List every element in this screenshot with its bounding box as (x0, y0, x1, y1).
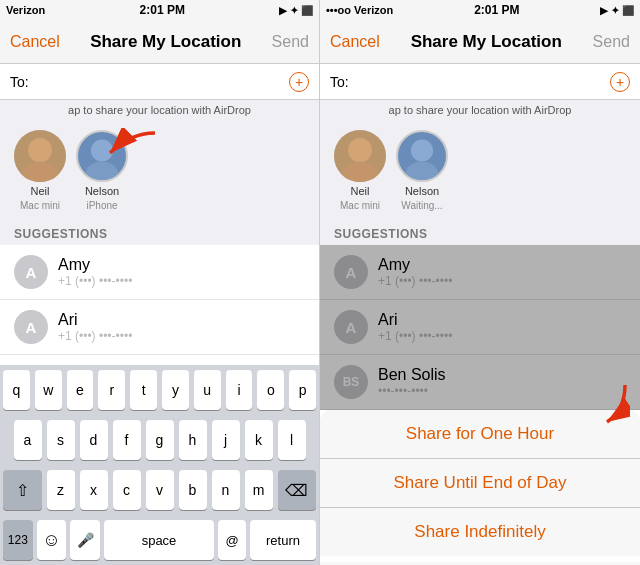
avatar-neil-name: Neil (31, 185, 50, 197)
key-j[interactable]: j (212, 420, 240, 460)
key-q[interactable]: q (3, 370, 30, 410)
keyboard-row-1: q w e r t y u i o p (0, 365, 319, 415)
key-m[interactable]: m (245, 470, 273, 510)
key-x[interactable]: x (80, 470, 108, 510)
right-airdrop-hint: ap to share your location with AirDrop (320, 100, 640, 120)
key-g[interactable]: g (146, 420, 174, 460)
contact-amy[interactable]: A Amy +1 (•••) •••-•••• (0, 245, 319, 300)
right-contacts-bg: A Amy +1 (•••) •••-•••• A Ari +1 (•••) •… (320, 245, 640, 410)
right-to-field: To: + (320, 64, 640, 100)
key-k[interactable]: k (245, 420, 273, 460)
key-return[interactable]: return (250, 520, 316, 560)
action-options: Share for One Hour Share Until End of Da… (320, 410, 640, 556)
right-avatar-neil-circle (334, 130, 386, 182)
keyboard-row-2: a s d f g h j k l (0, 415, 319, 465)
contact-ari[interactable]: A Ari +1 (•••) •••-•••• (0, 300, 319, 355)
key-o[interactable]: o (257, 370, 284, 410)
avatar-neil-circle (14, 130, 66, 182)
left-send-button[interactable]: Send (272, 33, 309, 51)
right-send-button[interactable]: Send (593, 33, 630, 51)
key-a[interactable]: a (14, 420, 42, 460)
right-action-container: A Amy +1 (•••) •••-•••• A Ari +1 (•••) •… (320, 245, 640, 565)
key-r[interactable]: r (98, 370, 125, 410)
key-h[interactable]: h (179, 420, 207, 460)
avatar-neil-sub: Mac mini (20, 200, 60, 211)
left-cancel-button[interactable]: Cancel (10, 33, 60, 51)
key-c[interactable]: c (113, 470, 141, 510)
left-to-input[interactable] (35, 74, 289, 90)
left-contact-list: A Amy +1 (•••) •••-•••• A Ari +1 (•••) •… (0, 245, 319, 365)
left-time: 2:01 PM (140, 3, 185, 17)
left-to-label: To: (10, 74, 29, 90)
left-keyboard: q w e r t y u i o p a s d f g h j k l ⇧ … (0, 365, 319, 565)
right-status-icons: ▶ ✦ ⬛ (600, 5, 634, 16)
left-suggestions-header: SUGGESTIONS (0, 221, 319, 245)
left-nav-bar: Cancel Share My Location Send (0, 20, 319, 64)
contact-amy-name: Amy (58, 256, 132, 274)
key-u[interactable]: u (194, 370, 221, 410)
action-sheet: Share for One Hour Share Until End of Da… (320, 410, 640, 565)
right-avatar-neil-name: Neil (351, 185, 370, 197)
share-one-hour-option[interactable]: Share for One Hour (320, 410, 640, 459)
key-shift[interactable]: ⇧ (3, 470, 42, 510)
key-y[interactable]: y (162, 370, 189, 410)
key-e[interactable]: e (67, 370, 94, 410)
left-add-button[interactable]: + (289, 72, 309, 92)
left-avatars-row: Neil Mac mini Nelson iPhone (0, 120, 319, 221)
key-s[interactable]: s (47, 420, 75, 460)
key-b[interactable]: b (179, 470, 207, 510)
contact-ari-info: Ari +1 (•••) •••-•••• (58, 311, 132, 343)
key-delete[interactable]: ⌫ (278, 470, 317, 510)
right-to-input[interactable] (355, 74, 610, 90)
avatar-nelson[interactable]: Nelson iPhone (76, 130, 128, 211)
key-z[interactable]: z (47, 470, 75, 510)
key-n[interactable]: n (212, 470, 240, 510)
right-time: 2:01 PM (474, 3, 519, 17)
svg-point-1 (28, 138, 52, 162)
share-end-of-day-option[interactable]: Share Until End of Day (320, 459, 640, 508)
key-emoji[interactable]: ☺ (37, 520, 67, 560)
key-t[interactable]: t (130, 370, 157, 410)
key-p[interactable]: p (289, 370, 316, 410)
key-i[interactable]: i (226, 370, 253, 410)
key-d[interactable]: d (80, 420, 108, 460)
right-avatar-neil[interactable]: Neil Mac mini (334, 130, 386, 211)
right-avatar-neil-sub: Mac mini (340, 200, 380, 211)
avatar-neil[interactable]: Neil Mac mini (14, 130, 66, 211)
right-avatar-nelson[interactable]: Nelson Waiting... (396, 130, 448, 211)
key-w[interactable]: w (35, 370, 62, 410)
contact-amy-initial: A (14, 255, 48, 289)
key-v[interactable]: v (146, 470, 174, 510)
key-space[interactable]: space (104, 520, 214, 560)
avatar-nelson-sub: iPhone (86, 200, 117, 211)
contact-amy-detail: +1 (•••) •••-•••• (58, 274, 132, 288)
right-suggestions-header: SUGGESTIONS (320, 221, 640, 245)
right-add-button[interactable]: + (610, 72, 630, 92)
contact-ari-detail: +1 (•••) •••-•••• (58, 329, 132, 343)
contact-bensolis[interactable]: BS Ben Solis •••-•••-•••• (0, 355, 319, 365)
key-f[interactable]: f (113, 420, 141, 460)
left-carrier: Verizon (6, 4, 45, 16)
avatar-nelson-circle (76, 130, 128, 182)
left-panel: Verizon 2:01 PM ▶ ✦ ⬛ Cancel Share My Lo… (0, 0, 320, 565)
key-l[interactable]: l (278, 420, 306, 460)
share-indefinitely-option[interactable]: Share Indefinitely (320, 508, 640, 556)
left-airdrop-hint: ap to share your location with AirDrop (0, 100, 319, 120)
left-status-icons: ▶ ✦ ⬛ (279, 5, 313, 16)
avatar-nelson-name: Nelson (85, 185, 119, 197)
dimmed-overlay (320, 245, 640, 410)
right-cancel-nav-button[interactable]: Cancel (330, 33, 380, 51)
key-at[interactable]: @ (218, 520, 246, 560)
contact-amy-info: Amy +1 (•••) •••-•••• (58, 256, 132, 288)
right-status-bar: •••oo Verizon 2:01 PM ▶ ✦ ⬛ (320, 0, 640, 20)
keyboard-row-3: ⇧ z x c v b n m ⌫ (0, 465, 319, 515)
left-status-bar: Verizon 2:01 PM ▶ ✦ ⬛ (0, 0, 319, 20)
key-123[interactable]: 123 (3, 520, 33, 560)
right-avatar-nelson-name: Nelson (405, 185, 439, 197)
right-to-label: To: (330, 74, 349, 90)
key-mic[interactable]: 🎤 (70, 520, 100, 560)
contact-ari-name: Ari (58, 311, 132, 329)
keyboard-row-4: 123 ☺ 🎤 space @ return (0, 515, 319, 565)
right-avatars-row: Neil Mac mini Nelson Waiting... (320, 120, 640, 221)
svg-point-4 (91, 139, 113, 161)
